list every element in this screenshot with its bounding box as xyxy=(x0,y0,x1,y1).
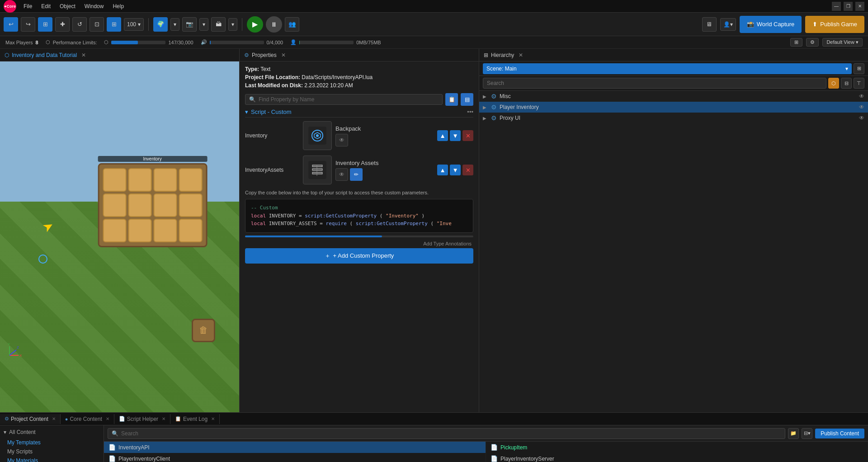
prop2-edit-btn[interactable]: ✏ xyxy=(350,168,363,181)
hierarchy-filter-3d-btn[interactable]: ⬡ xyxy=(828,78,839,89)
hier-item-proxy-ui[interactable]: ▶ ⚙ Proxy UI 👁 xyxy=(479,113,868,123)
project-content-close[interactable]: ✕ xyxy=(52,416,56,421)
move-btn[interactable]: ✚ xyxy=(55,17,70,32)
tab-core-content[interactable]: ● Core Content ✕ xyxy=(61,414,114,424)
more-options-btn[interactable]: ••• xyxy=(467,108,473,115)
folder-btn[interactable]: 📁 xyxy=(788,428,799,439)
content-item-inventoryapi[interactable]: 📄 InventoryAPI xyxy=(104,442,486,453)
scale-btn[interactable]: ⊡ xyxy=(90,17,104,32)
sidebar-all-content[interactable]: ▾ All Content xyxy=(4,429,100,435)
content-item-pickupitem[interactable]: 📄 PickupItem xyxy=(486,442,868,453)
tab-event-log[interactable]: 📋 Event Log ✕ xyxy=(170,414,220,424)
hier-item-misc[interactable]: ▶ ⚙ Misc 👁 xyxy=(479,91,868,102)
scene-select[interactable]: Scene: Main ▾ xyxy=(483,63,852,74)
properties-panel: ⚙ Properties ✕ Type: Text Project File L… xyxy=(240,49,479,412)
sidebar-my-templates[interactable]: My Templates xyxy=(4,438,100,447)
prop2-down-btn[interactable]: ▼ xyxy=(450,165,461,175)
hierarchy-filter-btn[interactable]: ⊟ xyxy=(841,78,852,89)
svg-rect-11 xyxy=(312,172,322,174)
proxy-ui-visibility-btn[interactable]: 👁 xyxy=(859,115,864,121)
svg-text:X: X xyxy=(19,354,22,358)
viewport-tab-close[interactable]: ✕ xyxy=(81,52,86,58)
prop2-up-btn[interactable]: ▲ xyxy=(437,165,448,175)
sidebar-my-scripts[interactable]: My Scripts xyxy=(4,447,100,456)
toggle-icon-3: ▶ xyxy=(483,116,488,121)
undo-btn[interactable]: ↩ xyxy=(4,17,18,32)
stat1-bar xyxy=(111,41,165,44)
world-capture-btn[interactable]: 📸 World Capture xyxy=(740,16,802,33)
misc-visibility-btn[interactable]: 👁 xyxy=(859,93,864,99)
prop1-name: Inventory xyxy=(245,132,299,139)
prop1-down-btn[interactable]: ▼ xyxy=(450,130,461,141)
view-toggle-btn[interactable]: ⊞ xyxy=(790,38,802,47)
monitor-btn[interactable]: 🖥 xyxy=(702,17,717,32)
content-item-playerinventoryclient[interactable]: 📄 PlayerInventoryClient xyxy=(104,453,486,462)
find-property-input-display[interactable]: 🔍 Find Property by Name xyxy=(245,94,443,105)
perf-icon: ⬡ xyxy=(46,39,50,45)
collapse-btn[interactable]: ▤ xyxy=(461,93,473,106)
hier-item-player-inventory[interactable]: ▶ ⚙ Player Inventory 👁 xyxy=(479,102,868,113)
prop2-asset-icon xyxy=(303,156,332,184)
select-btn[interactable]: ⊞ xyxy=(38,17,52,32)
tab-script-helper[interactable]: 📄 Script Helper ✕ xyxy=(114,414,170,424)
tab-project-content[interactable]: ⚙ Project Content ✕ xyxy=(0,414,61,424)
copy-btn[interactable]: 📋 xyxy=(445,93,458,106)
prop1-remove-btn[interactable]: ✕ xyxy=(462,130,473,141)
world-dropdown[interactable]: ▾ xyxy=(170,18,179,31)
prop2-remove-btn[interactable]: ✕ xyxy=(462,165,473,175)
grid-snap-btn[interactable]: ⊞ xyxy=(107,17,121,32)
maximize-btn[interactable]: ❐ xyxy=(844,2,853,11)
scroll-indicator[interactable] xyxy=(245,236,473,237)
minimize-btn[interactable]: — xyxy=(832,2,841,11)
core-content-close[interactable]: ✕ xyxy=(106,416,109,421)
world-btn[interactable]: 🌍 xyxy=(153,17,168,32)
menu-file[interactable]: File xyxy=(20,2,36,10)
menu-edit[interactable]: Edit xyxy=(38,2,54,10)
prop1-controls: ▲ ▼ ✕ xyxy=(437,130,473,141)
sep1 xyxy=(148,18,149,31)
menu-object[interactable]: Object xyxy=(56,2,79,10)
prop1-view-btn[interactable]: 👁 xyxy=(335,134,348,146)
content-item-playerinventoryserver[interactable]: 📄 PlayerInventoryServer xyxy=(486,453,868,462)
sidebar-my-materials[interactable]: My Materials xyxy=(4,456,100,462)
settings-btn[interactable]: ⚙ xyxy=(806,38,819,47)
view-dropdown[interactable]: 👤▾ xyxy=(720,18,736,31)
content-col-1: 📄 InventoryAPI 📄 PlayerInventoryClient xyxy=(104,442,486,462)
search-icon: 🔍 xyxy=(249,96,256,103)
redo-btn[interactable]: ↪ xyxy=(21,17,35,32)
multiplayer-btn[interactable]: 👥 xyxy=(285,17,299,32)
viewport-scene[interactable]: ➤ Inventory 🗑 xyxy=(0,61,239,412)
publish-game-btn[interactable]: ⬆ Publish Game xyxy=(805,16,864,33)
hierarchy-settings-btn[interactable]: ⊞ xyxy=(854,63,864,74)
add-type-annotations-btn[interactable]: Add Type Annotations xyxy=(421,239,473,248)
add-custom-property-btn[interactable]: ＋ + Add Custom Property xyxy=(245,248,473,264)
hierarchy-search-input[interactable] xyxy=(483,78,826,89)
hierarchy-sort-btn[interactable]: ⊤ xyxy=(854,78,864,89)
prop2-view-btn[interactable]: 👁 xyxy=(335,168,348,181)
zoom-dropdown[interactable]: 100 ▾ xyxy=(124,18,144,31)
rotate-btn[interactable]: ↺ xyxy=(72,17,87,32)
menu-window[interactable]: Window xyxy=(81,2,108,10)
terrain-btn[interactable]: 🏔 xyxy=(211,17,226,32)
terrain-dropdown[interactable]: ▾ xyxy=(228,18,237,31)
collapse-icon: ▾ xyxy=(245,108,248,115)
hierarchy-tab-close[interactable]: ✕ xyxy=(519,52,523,58)
stat3-fill xyxy=(299,41,300,44)
close-btn[interactable]: ✕ xyxy=(855,2,864,11)
content-search-display[interactable]: 🔍 Search xyxy=(108,428,785,439)
properties-tab-close[interactable]: ✕ xyxy=(281,52,286,58)
prop1-label: Backpack xyxy=(335,125,434,132)
default-view-btn[interactable]: Default View ▾ xyxy=(822,38,863,47)
cam-dropdown[interactable]: ▾ xyxy=(199,18,208,31)
cam-btn[interactable]: 📷 xyxy=(182,17,197,32)
hierarchy-tab-icon: ⊞ xyxy=(484,52,488,58)
play-btn[interactable]: ▶ xyxy=(247,16,263,33)
event-log-close[interactable]: ✕ xyxy=(211,416,215,421)
pause-btn[interactable]: ⏸ xyxy=(266,16,282,33)
prop1-up-btn[interactable]: ▲ xyxy=(437,130,448,141)
script-helper-close[interactable]: ✕ xyxy=(162,416,165,421)
player-inventory-visibility-btn[interactable]: 👁 xyxy=(859,104,864,110)
filter-btn[interactable]: ⊟▾ xyxy=(802,428,812,439)
menu-help[interactable]: Help xyxy=(109,2,127,10)
publish-content-btn[interactable]: Publish Content xyxy=(815,429,864,438)
